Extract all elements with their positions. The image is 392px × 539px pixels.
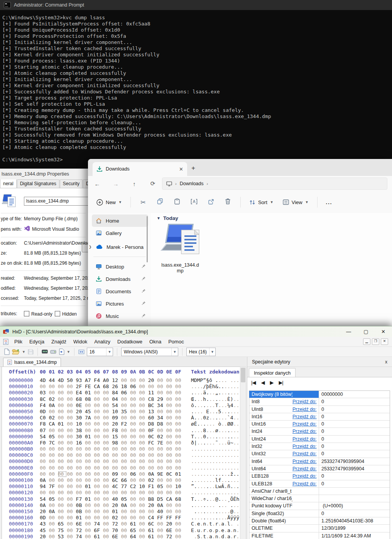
hex-byte[interactable]: 00 xyxy=(85,421,94,427)
hex-row[interactable]: 0000012000000000000000000000000000000000… xyxy=(2,490,240,496)
hex-byte[interactable]: 00 xyxy=(157,465,166,471)
inspector-value[interactable] xyxy=(319,495,390,502)
hex-byte[interactable]: 00 xyxy=(58,471,67,477)
hex-byte[interactable]: 00 xyxy=(166,452,175,458)
hex-byte[interactable]: 45 xyxy=(40,527,49,534)
menu-item[interactable]: Widok xyxy=(70,337,91,346)
hex-row[interactable]: 0000019020005300740061006E00640061007200… xyxy=(2,534,240,539)
hex-byte[interactable]: 00 xyxy=(130,402,139,409)
sidebar-item-pictures[interactable]: Pictures xyxy=(92,297,148,310)
hex-byte[interactable]: 7A xyxy=(85,415,94,421)
hex-byte[interactable]: 00 xyxy=(139,515,148,521)
inspector-value[interactable]: 0 xyxy=(319,436,390,443)
decoded-text[interactable]: .............ž.. xyxy=(191,471,240,477)
console-body[interactable]: C:\Windows\System32>kvc dump lsass[+] Fo… xyxy=(2,15,392,169)
hex-byte[interactable]: 6F xyxy=(94,527,103,534)
hex-byte[interactable]: 00 xyxy=(85,465,94,471)
mdi-close-icon[interactable]: ✕ xyxy=(381,338,388,345)
hex-byte[interactable]: 01 xyxy=(58,421,67,427)
hex-byte[interactable]: 00 xyxy=(166,390,175,396)
back-icon[interactable]: ← xyxy=(88,181,106,187)
hex-byte[interactable]: 00 xyxy=(166,384,175,390)
hex-byte[interactable]: 00 xyxy=(94,477,103,483)
hex-byte[interactable]: 00 xyxy=(85,458,94,465)
hex-byte[interactable]: 00 xyxy=(67,483,76,490)
hex-byte[interactable]: 01 xyxy=(175,471,184,477)
hex-byte[interactable]: 00 xyxy=(166,509,175,515)
hex-byte[interactable]: 00 xyxy=(76,458,85,465)
decoded-text[interactable]: ........ ... ... xyxy=(191,502,240,509)
hex-byte[interactable]: 00 xyxy=(112,446,121,452)
hex-byte[interactable]: 00 xyxy=(58,446,67,452)
close-tab-icon[interactable]: ✕ xyxy=(179,166,183,172)
hex-byte[interactable]: F8 xyxy=(40,421,49,427)
hex-byte[interactable]: 06 xyxy=(130,384,139,390)
menu-item[interactable]: Znajdź xyxy=(48,337,70,346)
hex-byte[interactable]: 00 xyxy=(67,458,76,465)
hex-byte[interactable]: 05 xyxy=(49,434,57,440)
hex-byte[interactable]: 00 xyxy=(175,477,184,483)
hex-byte[interactable]: 00 xyxy=(40,465,49,471)
decoded-text[interactable]: ................ xyxy=(191,446,240,452)
hex-byte[interactable]: 00 xyxy=(166,421,175,427)
hex-byte[interactable]: 00 xyxy=(148,452,157,458)
hex-byte[interactable]: 0C xyxy=(148,434,157,440)
hex-byte[interactable]: 00 xyxy=(121,446,130,452)
maximize-icon[interactable]: ▢ xyxy=(357,329,375,335)
decoded-text[interactable]: ............Äÿÿÿ xyxy=(191,515,240,521)
hex-byte[interactable]: 00 xyxy=(94,509,103,515)
hex-byte[interactable]: 00 xyxy=(121,452,130,458)
goto-link[interactable] xyxy=(292,495,319,502)
hex-byte[interactable]: 00 xyxy=(40,490,49,496)
hex-byte[interactable]: 00 xyxy=(157,390,166,396)
hex-byte[interactable]: 00 xyxy=(94,415,103,421)
hex-row[interactable]: 00000040F40A00000E00000054000000BC340000… xyxy=(2,402,240,409)
hex-byte[interactable]: 0A xyxy=(49,509,57,515)
hex-row[interactable]: 0000013054050000F701000040050000B8D5CA68… xyxy=(2,496,240,502)
hex-byte[interactable]: 00 xyxy=(58,483,67,490)
hex-byte[interactable]: F2 xyxy=(121,421,130,427)
hex-byte[interactable]: 00 xyxy=(103,502,112,509)
hex-byte[interactable]: 00 xyxy=(58,402,67,409)
inspector-value[interactable]: 2533274790395904 xyxy=(319,458,390,465)
hex-byte[interactable]: 00 xyxy=(130,440,139,446)
decoded-text[interactable]: ................ xyxy=(191,458,240,465)
inspector-row[interactable]: LEB128Przejdź do:0 xyxy=(249,473,390,480)
hex-byte[interactable]: 0D xyxy=(40,515,49,521)
hex-byte[interactable]: 00 xyxy=(175,440,184,446)
hex-byte[interactable]: 00 xyxy=(130,458,139,465)
hex-byte[interactable]: 00 xyxy=(157,409,166,415)
hex-byte[interactable]: 53 xyxy=(58,534,67,539)
inspector-value[interactable]: 1/11/1609 12:44:39 AM xyxy=(319,532,390,539)
hex-byte[interactable]: 09 xyxy=(112,415,121,421)
hex-byte[interactable]: 66 xyxy=(121,477,130,483)
prev-byte-icon[interactable]: ◀ xyxy=(261,380,264,385)
inspector-value[interactable]: 1.2516040454103E-308 xyxy=(319,517,390,524)
hex-byte[interactable]: 00 xyxy=(121,490,130,496)
sidebar-item-documents[interactable]: Documents xyxy=(92,285,148,297)
hex-byte[interactable]: 00 xyxy=(148,490,157,496)
hex-byte[interactable]: 20 xyxy=(148,377,157,384)
hex-row[interactable]: 0000002003000000E40100008406000011000000… xyxy=(2,390,240,396)
hex-byte[interactable]: 26 xyxy=(112,384,121,390)
sidebar-item-desktop[interactable]: Desktop xyxy=(92,260,148,273)
hex-byte[interactable]: 00 xyxy=(121,471,130,477)
inspector-value[interactable]: 0 xyxy=(319,428,390,435)
hex-byte[interactable]: 02 xyxy=(49,396,57,402)
hex-byte[interactable]: 10 xyxy=(175,483,184,490)
hex-byte[interactable]: 00 xyxy=(166,502,175,509)
hex-byte[interactable]: 6C xyxy=(148,521,157,527)
hex-byte[interactable]: 00 xyxy=(67,502,76,509)
hex-byte[interactable]: 00 xyxy=(130,496,139,502)
hex-byte[interactable]: 98 xyxy=(112,440,121,446)
hex-byte[interactable]: 00 xyxy=(139,465,148,471)
hex-byte[interactable]: 00 xyxy=(139,434,148,440)
hex-byte[interactable]: 00 xyxy=(139,402,148,409)
hex-byte[interactable]: 00 xyxy=(130,509,139,515)
decoded-text[interactable]: ................ xyxy=(191,452,240,458)
hex-byte[interactable]: 00 xyxy=(49,490,57,496)
hex-byte[interactable]: 20 xyxy=(112,502,121,509)
delete-icon[interactable] xyxy=(220,198,237,206)
hex-byte[interactable]: 00 xyxy=(67,421,76,427)
hxd-title-bar[interactable]: H HxD - [C:\Users\Administrator\Download… xyxy=(0,326,392,337)
